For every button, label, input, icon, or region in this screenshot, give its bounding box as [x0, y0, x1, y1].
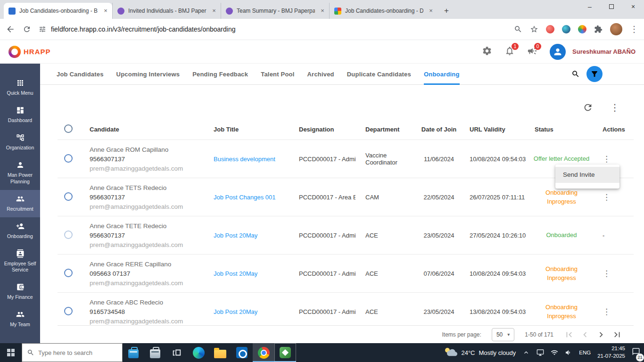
browser-menu-kebab-icon[interactable]: ⋮	[630, 25, 638, 33]
browser-tab-strip: Job Candidates-onboarding - B × Invited …	[0, 0, 644, 19]
edge-browser-button[interactable]	[188, 343, 209, 362]
tab-close-icon[interactable]: ×	[319, 7, 326, 15]
chrome-button[interactable]	[253, 343, 274, 362]
sidebar-item-my-team[interactable]: My Team	[0, 305, 40, 333]
settings-gear-icon[interactable]	[482, 46, 492, 58]
row-select-radio[interactable]	[64, 154, 73, 163]
back-icon[interactable]	[6, 25, 15, 34]
tab-close-icon[interactable]: ×	[102, 7, 109, 15]
search-button[interactable]	[568, 66, 584, 82]
show-hidden-icons-chevron[interactable]	[522, 349, 530, 356]
url-validity: 10/08/2024 09:54:03	[462, 156, 528, 163]
url-text[interactable]: fieldforce.hrapp.co.in/v3/recruitment/jo…	[51, 25, 235, 33]
new-tab-button[interactable]: +	[440, 5, 453, 17]
browser-tab-3[interactable]: Team Summary - BMJ Paperpac ×	[221, 3, 329, 19]
sidebar-item-organization[interactable]: Organization	[0, 129, 40, 156]
green-app-button[interactable]	[274, 343, 296, 362]
tab-close-icon[interactable]: ×	[427, 7, 435, 15]
next-page-button[interactable]	[596, 329, 606, 340]
candidate-email: prem@amazinggadgetdeals.com	[90, 318, 204, 325]
tab-talent-pool[interactable]: Talent Pool	[261, 64, 294, 85]
job-title-link[interactable]: Job Post 20May	[204, 308, 289, 315]
site-settings-tune-icon[interactable]	[39, 25, 46, 33]
row-select-radio[interactable]	[64, 269, 73, 277]
sidebar-item-recruitment[interactable]: Recruitment	[0, 190, 40, 217]
volume-icon[interactable]	[565, 349, 572, 356]
sidebar-item-onboarding[interactable]: Onboarding	[0, 217, 40, 245]
row-actions-kebab-icon[interactable]: ⋮	[603, 155, 611, 164]
last-page-button[interactable]	[612, 329, 622, 340]
sidebar-item-employee-self-service[interactable]: Employee Self Service	[0, 245, 40, 278]
weather-widget[interactable]: 24°C Mostly cloudy	[445, 347, 516, 358]
tab-upcoming-interviews[interactable]: Upcoming Interviews	[116, 64, 180, 85]
refresh-icon[interactable]	[583, 102, 593, 113]
pinned-app-gray-case[interactable]	[144, 343, 166, 362]
tab-close-icon[interactable]: ×	[210, 7, 218, 15]
window-close-button[interactable]: ×	[622, 0, 644, 13]
browser-address-bar: fieldforce.hrapp.co.in/v3/recruitment/jo…	[0, 19, 644, 40]
table-menu-kebab-icon[interactable]: ⋮	[610, 103, 619, 112]
job-title-link[interactable]: Job Post 20May	[204, 270, 289, 277]
job-title-link[interactable]: Business development	[204, 156, 289, 163]
pagination-range: 1-50 of 171	[525, 331, 553, 338]
table-row: Anne Grace TETE Redecio 9566307137 prem@…	[58, 216, 634, 255]
search-icon	[27, 349, 34, 356]
taskbar-clock[interactable]: 21:45 21-07-2025	[597, 345, 625, 360]
tab-onboarding[interactable]: Onboarding	[424, 64, 460, 85]
sidebar-item-quick-menu[interactable]: Quick Menu	[0, 74, 40, 101]
user-name[interactable]: Sureshkumar ABAÑO	[572, 48, 636, 55]
select-all-radio[interactable]	[64, 124, 73, 133]
previous-page-button[interactable]	[580, 329, 590, 340]
send-invite-menu-item[interactable]: Send Invite	[555, 167, 619, 183]
items-per-page-select[interactable]: 50 ▾	[492, 328, 514, 341]
sidebar-item-label: Recruitment	[7, 206, 33, 212]
browser-tab-4[interactable]: Job Candidates-onboarding - D ×	[329, 3, 438, 19]
row-select-radio[interactable]	[64, 307, 73, 315]
tab-pending-feedback[interactable]: Pending Feedback	[192, 64, 248, 85]
browser-tab-2[interactable]: Invited Individuals - BMJ Paper ×	[112, 3, 221, 19]
user-avatar[interactable]	[550, 44, 566, 60]
tab-archived[interactable]: Archived	[307, 64, 334, 85]
bookmark-star-icon[interactable]	[530, 25, 538, 33]
notifications-bell-icon[interactable]: 1	[504, 46, 515, 58]
row-actions-kebab-icon[interactable]: ⋮	[603, 307, 611, 316]
language-indicator[interactable]: ENG	[579, 350, 591, 355]
row-select-radio[interactable]	[64, 192, 73, 201]
row-actions-kebab-icon[interactable]: ⋮	[603, 269, 611, 278]
extensions-puzzle-icon[interactable]	[594, 25, 603, 33]
row-select-radio[interactable]	[64, 230, 73, 239]
extension-icon[interactable]	[562, 25, 570, 33]
sidebar-item-man-power-planning[interactable]: Man Power Planning	[0, 156, 40, 189]
weather-temp: 24°C	[461, 349, 475, 356]
hrapp-logo-icon	[8, 46, 21, 58]
row-actions-kebab-icon[interactable]: ⋮	[603, 193, 611, 202]
reload-icon[interactable]	[23, 25, 31, 33]
tab-job-candidates[interactable]: Job Candidates	[57, 64, 104, 85]
window-maximize-button[interactable]	[601, 0, 622, 13]
file-explorer-button[interactable]	[209, 343, 231, 362]
sidebar-item-dashboard[interactable]: Dashboard	[0, 101, 40, 129]
announcements-megaphone-icon[interactable]: 0	[527, 46, 537, 58]
filter-button[interactable]	[586, 66, 603, 82]
url-field[interactable]: fieldforce.hrapp.co.in/v3/recruitment/jo…	[39, 25, 506, 33]
network-wifi-icon[interactable]	[551, 349, 558, 356]
extension-icon[interactable]	[578, 25, 586, 33]
display-icon[interactable]	[537, 349, 544, 356]
first-page-button[interactable]	[564, 329, 574, 340]
outlook-button[interactable]	[231, 343, 253, 362]
extension-icon[interactable]	[546, 25, 554, 33]
sidebar-item-my-finance[interactable]: My Finance	[0, 278, 40, 305]
browser-tab-1[interactable]: Job Candidates-onboarding - B ×	[4, 3, 112, 19]
pinned-app-teal-case[interactable]	[123, 343, 144, 362]
taskbar-search-input[interactable]	[38, 349, 114, 356]
action-center-button[interactable]: 21	[632, 347, 640, 358]
tab-duplicate-candidates[interactable]: Duplicate Candidates	[347, 64, 411, 85]
start-button[interactable]	[0, 343, 22, 362]
window-minimize-button[interactable]: –	[579, 0, 601, 13]
task-view-button[interactable]	[166, 343, 188, 362]
browser-profile-avatar[interactable]	[610, 23, 622, 35]
job-title-link[interactable]: Job Post 20May	[204, 232, 289, 239]
taskbar-search[interactable]	[22, 343, 123, 362]
search-tabs-icon[interactable]	[514, 25, 522, 33]
job-title-link[interactable]: Job Post Changes 001	[204, 194, 289, 201]
